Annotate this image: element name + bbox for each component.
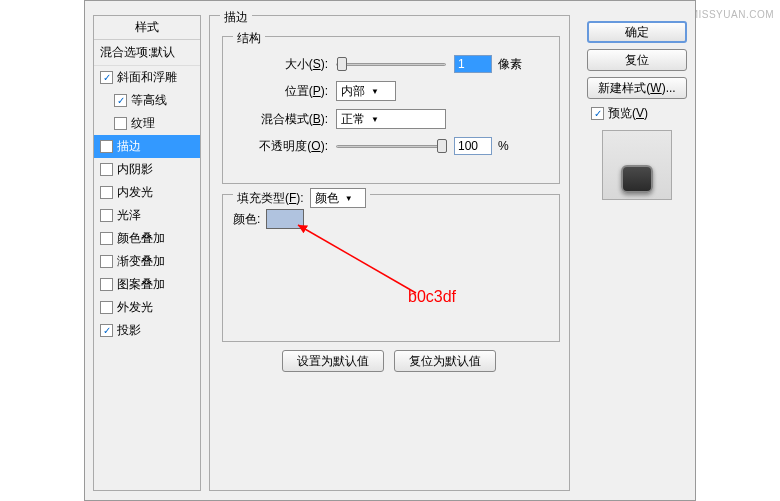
reset-default-button[interactable]: 复位为默认值 — [394, 350, 496, 372]
svg-line-0 — [298, 225, 416, 293]
preview-checkbox-row[interactable]: 预览(V) — [591, 105, 687, 122]
layer-style-dialog: 样式 混合选项:默认 斜面和浮雕等高线纹理描边内阴影内发光光泽颜色叠加渐变叠加图… — [84, 0, 696, 501]
ok-button[interactable]: 确定 — [587, 21, 687, 43]
chevron-down-icon: ▼ — [345, 194, 353, 203]
style-checkbox[interactable] — [100, 255, 113, 268]
style-item-label: 等高线 — [131, 92, 167, 109]
structure-label: 结构 — [233, 30, 265, 47]
style-item-5[interactable]: 内发光 — [94, 181, 200, 204]
style-item-label: 内发光 — [117, 184, 153, 201]
size-input[interactable] — [454, 55, 492, 73]
style-item-label: 投影 — [117, 322, 141, 339]
style-item-label: 内阴影 — [117, 161, 153, 178]
set-default-button[interactable]: 设置为默认值 — [282, 350, 384, 372]
preview-label: 预览(V) — [608, 105, 648, 122]
chevron-down-icon: ▼ — [371, 115, 379, 124]
style-checkbox[interactable] — [100, 209, 113, 222]
preview-icon — [621, 165, 653, 193]
style-item-7[interactable]: 颜色叠加 — [94, 227, 200, 250]
style-item-0[interactable]: 斜面和浮雕 — [94, 66, 200, 89]
position-dropdown[interactable]: 内部▼ — [336, 81, 396, 101]
size-label: 大小(S): — [233, 56, 328, 73]
style-checkbox[interactable] — [100, 186, 113, 199]
style-checkbox[interactable] — [100, 324, 113, 337]
styles-header: 样式 — [94, 16, 200, 40]
style-item-label: 渐变叠加 — [117, 253, 165, 270]
opacity-input[interactable] — [454, 137, 492, 155]
style-item-6[interactable]: 光泽 — [94, 204, 200, 227]
style-item-label: 斜面和浮雕 — [117, 69, 177, 86]
style-checkbox[interactable] — [100, 232, 113, 245]
stroke-settings-panel: 描边 结构 大小(S): 像素 位置(P): 内部▼ 混合模式(B): 正常▼ — [209, 15, 570, 491]
style-item-8[interactable]: 渐变叠加 — [94, 250, 200, 273]
style-item-label: 光泽 — [117, 207, 141, 224]
style-item-11[interactable]: 投影 — [94, 319, 200, 342]
blend-options-row[interactable]: 混合选项:默认 — [94, 40, 200, 66]
cancel-button[interactable]: 复位 — [587, 49, 687, 71]
annotation-arrow — [296, 223, 426, 303]
style-item-10[interactable]: 外发光 — [94, 296, 200, 319]
style-item-label: 图案叠加 — [117, 276, 165, 293]
style-checkbox[interactable] — [100, 140, 113, 153]
style-checkbox[interactable] — [100, 163, 113, 176]
annotation-text: b0c3df — [408, 288, 456, 306]
structure-group: 结构 大小(S): 像素 位置(P): 内部▼ 混合模式(B): 正常▼ — [222, 36, 560, 184]
new-style-button[interactable]: 新建样式(W)... — [587, 77, 687, 99]
right-column: 确定 复位 新建样式(W)... 预览(V) — [587, 21, 687, 200]
blendmode-dropdown[interactable]: 正常▼ — [336, 109, 446, 129]
position-label: 位置(P): — [233, 83, 328, 100]
size-unit: 像素 — [498, 56, 522, 73]
opacity-unit: % — [498, 139, 509, 153]
color-label: 颜色: — [233, 211, 260, 228]
size-slider[interactable] — [336, 63, 446, 66]
style-item-2[interactable]: 纹理 — [94, 112, 200, 135]
style-checkbox[interactable] — [100, 301, 113, 314]
preview-checkbox[interactable] — [591, 107, 604, 120]
style-item-label: 外发光 — [117, 299, 153, 316]
opacity-slider[interactable] — [336, 145, 446, 148]
style-checkbox[interactable] — [100, 71, 113, 84]
style-item-label: 描边 — [117, 138, 141, 155]
style-item-4[interactable]: 内阴影 — [94, 158, 200, 181]
opacity-label: 不透明度(O): — [233, 138, 328, 155]
style-item-1[interactable]: 等高线 — [94, 89, 200, 112]
preview-thumbnail — [602, 130, 672, 200]
style-item-label: 纹理 — [131, 115, 155, 132]
style-checkbox[interactable] — [114, 94, 127, 107]
fill-type-label: 填充类型(F): 颜色▼ — [233, 188, 370, 208]
style-item-label: 颜色叠加 — [117, 230, 165, 247]
style-item-3[interactable]: 描边 — [94, 135, 200, 158]
fill-type-dropdown[interactable]: 颜色▼ — [310, 188, 366, 208]
style-checkbox[interactable] — [114, 117, 127, 130]
style-item-9[interactable]: 图案叠加 — [94, 273, 200, 296]
stroke-title: 描边 — [220, 9, 252, 26]
styles-list-panel: 样式 混合选项:默认 斜面和浮雕等高线纹理描边内阴影内发光光泽颜色叠加渐变叠加图… — [93, 15, 201, 491]
style-checkbox[interactable] — [100, 278, 113, 291]
blendmode-label: 混合模式(B): — [233, 111, 328, 128]
chevron-down-icon: ▼ — [371, 87, 379, 96]
